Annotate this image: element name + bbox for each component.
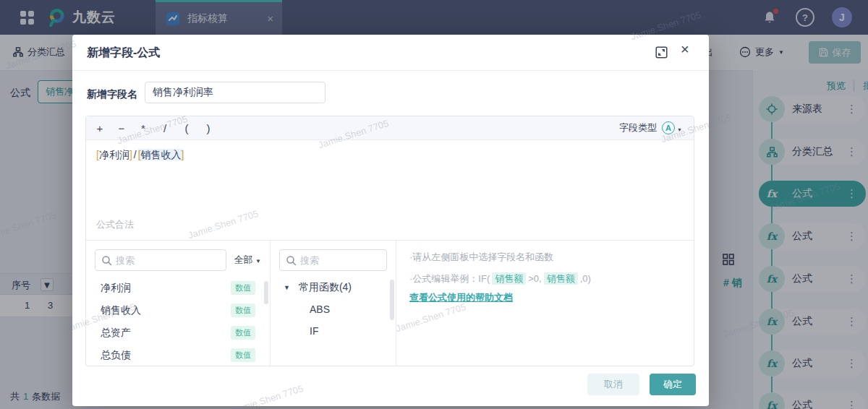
field-name: 总负债 [101, 349, 131, 362]
field-type-label: 字段类型 [619, 121, 657, 134]
function-group-toggle[interactable]: ▼ 常用函数(4) [279, 277, 387, 298]
function-item-if[interactable]: IF [279, 320, 387, 342]
formula-operator: / [132, 149, 138, 160]
field-type-badge: 数值 [231, 303, 255, 317]
field-chip: 销售额 [544, 272, 578, 285]
operator-open-paren-button[interactable]: ( [176, 122, 197, 134]
formula-input-area[interactable]: [净利润]/[销售收入] 公式合法 [86, 140, 694, 241]
dialog-header: 新增字段-公式 × [72, 35, 709, 71]
close-icon[interactable]: × [681, 41, 689, 58]
formula-field-ref: 净利润 [99, 149, 129, 160]
fields-search-input[interactable] [95, 250, 226, 270]
triangle-down-icon: ▼ [284, 284, 290, 291]
add-field-formula-dialog: 新增字段-公式 × 新增字段名 + − * / ( ) 字段类型 A ▼ [72, 35, 709, 406]
field-filter-label: 全部 [234, 254, 252, 265]
dialog-title: 新增字段-公式 [87, 46, 160, 61]
field-type-badge: 数值 [231, 281, 255, 295]
hint2-mid: >0, [528, 273, 541, 284]
scrollbar-thumb[interactable] [390, 280, 394, 320]
field-name-input[interactable] [145, 82, 326, 103]
operator-plus-button[interactable]: + [89, 122, 111, 134]
field-list-item[interactable]: 销售收入 数值 [95, 299, 261, 322]
field-list-item[interactable]: 净利润 数值 [95, 277, 261, 299]
fields-panel: 全部 ▼ 净利润 数值 销售收入 数值 总资产 [86, 241, 270, 366]
chevron-down-icon: ▼ [677, 127, 682, 132]
scrollbar-thumb[interactable] [264, 281, 268, 304]
helper-panels: 全部 ▼ 净利润 数值 销售收入 数值 总资产 [86, 241, 694, 366]
help-hint-2: ·公式编辑举例：IF(销售额>0,销售额,0) [409, 268, 681, 290]
field-type-selector[interactable]: 字段类型 A ▼ [619, 121, 691, 134]
operator-minus-button[interactable]: − [111, 122, 132, 134]
function-item-abs[interactable]: ABS [279, 298, 387, 320]
operator-multiply-button[interactable]: * [132, 122, 154, 134]
field-type-auto-icon: A [662, 121, 675, 134]
field-list-item[interactable]: 总资产 数值 [95, 322, 261, 344]
hint2-prefix: ·公式编辑举例：IF( [409, 273, 490, 284]
maximize-icon[interactable] [655, 46, 668, 59]
formula-valid-status: 公式合法 [96, 218, 134, 231]
operator-divide-button[interactable]: / [154, 122, 176, 134]
field-chip: 销售额 [492, 272, 526, 285]
cancel-button[interactable]: 取消 [587, 374, 639, 395]
chevron-down-icon: ▼ [255, 258, 261, 264]
field-name: 总资产 [101, 327, 131, 340]
fields-search-box [95, 249, 226, 271]
field-name: 净利润 [101, 282, 131, 295]
formula-token: [净利润] [96, 149, 132, 160]
functions-search-box [279, 249, 387, 271]
help-panel: ·请从左侧面板中选择字段名和函数 ·公式编辑举例：IF(销售额>0,销售额,0)… [396, 241, 694, 366]
function-group-label: 常用函数(4) [299, 281, 352, 294]
field-name-label: 新增字段名 [87, 88, 137, 101]
operator-close-paren-button[interactable]: ) [197, 122, 219, 134]
formula-field-ref: 销售收入 [141, 149, 182, 160]
field-list: 净利润 数值 销售收入 数值 总资产 数值 总负债 [95, 277, 261, 366]
field-list-item[interactable]: 总负债 数值 [95, 344, 261, 366]
app-root: 九数云 指标核算 × ? J [0, 0, 868, 409]
hint2-suffix: ,0) [580, 273, 591, 284]
field-type-badge: 数值 [231, 326, 255, 340]
formula-expression: [净利润]/[销售收入] [86, 140, 694, 171]
formula-token-highlighted: [销售收入] [138, 149, 184, 160]
confirm-button[interactable]: 确定 [650, 374, 696, 395]
search-icon [286, 255, 297, 266]
help-hint-1: ·请从左侧面板中选择字段名和函数 [409, 246, 681, 268]
functions-panel: ▼ 常用函数(4) ABS IF [270, 241, 396, 366]
field-type-badge: 数值 [231, 348, 255, 362]
field-name: 销售收入 [101, 304, 141, 317]
formula-editor: + − * / ( ) 字段类型 A ▼ [净利润]/[销售收入] 公式合法 [85, 116, 694, 366]
field-filter-dropdown[interactable]: 全部 ▼ [234, 254, 261, 267]
operator-toolbar: + − * / ( ) 字段类型 A ▼ [86, 116, 694, 140]
search-icon [101, 255, 112, 266]
help-doc-link[interactable]: 查看公式使用的帮助文档 [409, 291, 513, 304]
